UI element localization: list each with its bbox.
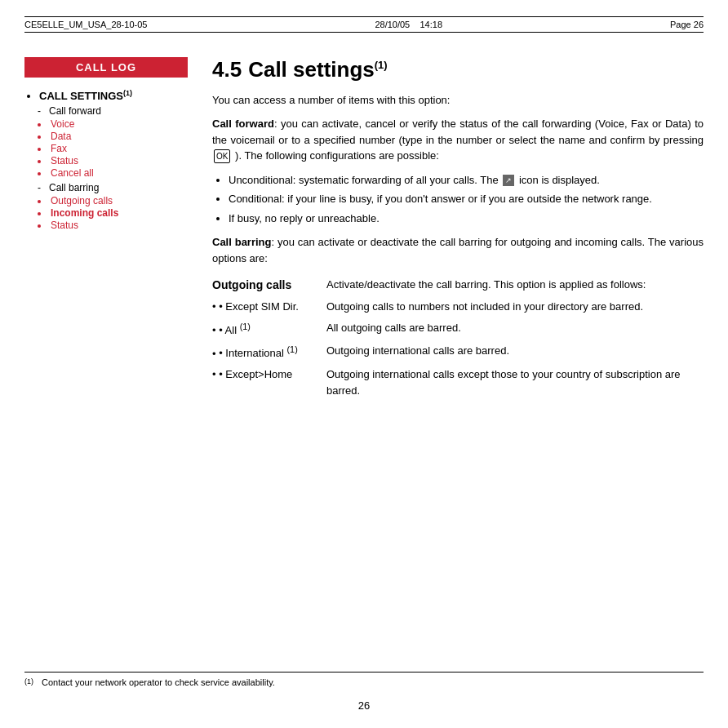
sidebar-call-forward-items: Voice Data Fax Status Cancel all: [49, 118, 188, 179]
forward-bullet-3: If busy, no reply or unreachable.: [229, 211, 704, 227]
except-sim-label: • Except SIM Dir.: [212, 296, 326, 317]
header-right: Page 26: [670, 20, 704, 29]
sidebar-call-barring-group: Call barring Outgoing calls Incoming cal…: [38, 182, 188, 231]
barring-row-except-home: • Except>Home Outgoing international cal…: [212, 364, 704, 401]
outgoing-calls-desc: Activate/deactivate the call barring. Th…: [326, 274, 704, 296]
content-area: 4.5 Call settings(1) You can access a nu…: [212, 57, 704, 409]
sidebar-item-voice[interactable]: Voice: [49, 118, 188, 130]
except-home-label: • Except>Home: [212, 364, 326, 401]
call-barring-body: Call barring: you can activate or deacti…: [212, 234, 704, 266]
sidebar-main-item: CALL SETTINGS(1): [39, 89, 188, 102]
barring-table: Outgoing calls Activate/deactivate the c…: [212, 274, 704, 401]
page-number: 26: [358, 699, 370, 712]
call-forward-body: Call forward: you can activate, cancel o…: [212, 116, 704, 164]
barring-row-all: • All (1) All outgoing calls are barred.: [212, 317, 704, 341]
all-label: • All (1): [212, 317, 326, 341]
footnote-body: Contact your network operator to check s…: [42, 677, 275, 687]
header-bar: CE5ELLE_UM_USA_28-10-05 28/10/05 14:18 P…: [24, 16, 704, 33]
sidebar-call-barring-header: Call barring: [38, 182, 188, 193]
forward-bullets-list: Unconditional: systematic forwarding of …: [229, 172, 704, 227]
sidebar-item-cancel-all[interactable]: Cancel all: [49, 167, 188, 179]
barring-row-except-sim: • Except SIM Dir. Outgoing calls to numb…: [212, 296, 704, 317]
outgoing-calls-label: Outgoing calls: [212, 274, 326, 296]
sidebar-item-status-forward[interactable]: Status: [49, 155, 188, 166]
barring-row-international: • International (1) Outgoing internation…: [212, 340, 704, 364]
call-forward-heading: Call forward: [212, 118, 274, 130]
sidebar-item-outgoing-calls[interactable]: Outgoing calls: [49, 195, 188, 206]
section-title-text: Call settings(1): [248, 57, 387, 82]
forward-bullet-1: Unconditional: systematic forwarding of …: [229, 172, 704, 189]
sidebar-item-fax[interactable]: Fax: [49, 143, 188, 154]
all-desc: All outgoing calls are barred.: [326, 317, 704, 341]
sidebar-item-status-barring[interactable]: Status: [49, 220, 188, 231]
sidebar-item-data[interactable]: Data: [49, 131, 188, 142]
main-layout: CALL LOG CALL SETTINGS(1) Call forward V…: [24, 57, 704, 409]
except-home-desc: Outgoing international calls except thos…: [326, 364, 704, 401]
section-number: 4.5: [212, 57, 242, 82]
ok-icon: OK: [214, 149, 230, 163]
sidebar-call-forward-header: Call forward: [38, 105, 188, 117]
footnote-marker: (1): [24, 677, 33, 687]
sidebar-call-barring-items: Outgoing calls Incoming calls Status: [49, 195, 188, 231]
header-middle: 28/10/05 14:18: [375, 20, 442, 29]
intro-text: You can access a number of items with th…: [212, 94, 704, 106]
forward-bullet-2: Conditional: if your line is busy, if yo…: [229, 191, 704, 207]
content-title: 4.5 Call settings(1): [212, 57, 704, 82]
outgoing-calls-header-row: Outgoing calls Activate/deactivate the c…: [212, 274, 704, 296]
international-label: • International (1): [212, 340, 326, 364]
sidebar-box-label: CALL LOG: [24, 57, 188, 78]
page-container: CE5ELLE_UM_USA_28-10-05 28/10/05 14:18 P…: [0, 0, 728, 728]
sidebar-item-incoming-calls[interactable]: Incoming calls: [49, 207, 188, 219]
call-barring-heading: Call barring: [212, 236, 271, 248]
footnote-text: (1) Contact your network operator to che…: [24, 677, 704, 687]
international-desc: Outgoing international calls are barred.: [326, 340, 704, 364]
sidebar: CALL LOG CALL SETTINGS(1) Call forward V…: [24, 57, 188, 409]
forward-icon: ↗: [503, 175, 514, 186]
header-left: CE5ELLE_UM_USA_28-10-05: [24, 20, 147, 29]
sidebar-call-forward-group: Call forward Voice Data Fax Status Cance…: [38, 105, 188, 179]
except-sim-desc: Outgoing calls to numbers not included i…: [326, 296, 704, 317]
footnote-area: (1) Contact your network operator to che…: [24, 672, 704, 687]
